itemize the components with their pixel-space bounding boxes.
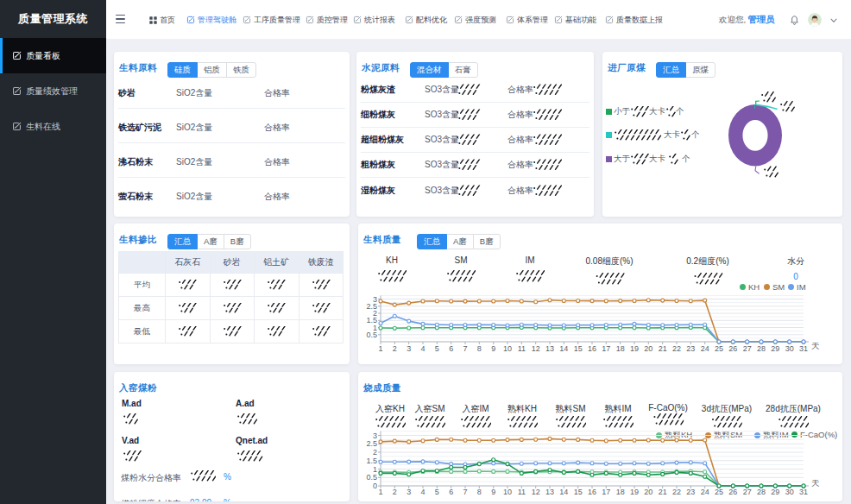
nav-item-3[interactable]: 工序质量管理 bbox=[243, 0, 300, 40]
scribbled-value bbox=[456, 135, 481, 146]
app-title: 质量管理系统 bbox=[0, 0, 106, 38]
sidebar-item-2[interactable]: 质量绩效管理 bbox=[0, 73, 106, 109]
scribbled-value bbox=[778, 416, 809, 428]
svg-text:25: 25 bbox=[715, 488, 723, 496]
welcome-label: 欢迎您, bbox=[719, 15, 746, 26]
metric-label: SiO2含量 bbox=[176, 87, 212, 99]
bell-icon[interactable] bbox=[790, 15, 799, 26]
svg-text:7: 7 bbox=[463, 344, 467, 353]
tab-汇总[interactable]: 汇总 bbox=[167, 234, 198, 249]
tab-汇总[interactable]: 汇总 bbox=[656, 62, 686, 78]
avatar[interactable] bbox=[808, 13, 822, 27]
donut-chart-svg bbox=[693, 86, 842, 216]
table-col-header: 铁废渣 bbox=[299, 252, 344, 274]
svg-text:6: 6 bbox=[449, 488, 453, 496]
material-name: 铁选矿污泥 bbox=[118, 122, 161, 134]
donut-label-scribble bbox=[764, 167, 778, 177]
nav-item-9[interactable]: 基础功能 bbox=[554, 0, 596, 40]
nav-item-8[interactable]: 体系管理 bbox=[506, 0, 548, 40]
scribbled-value bbox=[555, 416, 586, 428]
svg-text:28: 28 bbox=[757, 488, 766, 496]
rate-label: 合格率 bbox=[264, 156, 290, 168]
sidebar-item-label: 质量看板 bbox=[26, 50, 60, 62]
table-cell bbox=[255, 320, 299, 343]
svg-text:3: 3 bbox=[407, 488, 411, 496]
table-cell bbox=[299, 320, 344, 343]
tab-B磨[interactable]: B磨 bbox=[224, 234, 251, 249]
chevron-down-icon[interactable] bbox=[830, 18, 837, 23]
svg-text:26: 26 bbox=[728, 344, 737, 353]
nav-item-7[interactable]: 强度预测 bbox=[454, 0, 496, 40]
line-chart-svg: 00.511.522.53123456789101112131415161718… bbox=[358, 429, 842, 501]
svg-text:12: 12 bbox=[532, 488, 540, 496]
pencil-square-icon bbox=[12, 51, 22, 60]
svg-text:20: 20 bbox=[644, 344, 652, 353]
tab-汇总[interactable]: 汇总 bbox=[417, 234, 447, 249]
coal-legend-item[interactable]: 大卡个 bbox=[606, 129, 700, 141]
svg-text:9: 9 bbox=[491, 488, 495, 496]
bell-shape bbox=[790, 15, 799, 26]
svg-text:27: 27 bbox=[743, 488, 752, 496]
material-name: 砂岩 bbox=[118, 87, 136, 99]
nav-item-2[interactable]: 管理驾驶舱 bbox=[186, 0, 236, 40]
tab-混合材[interactable]: 混合材 bbox=[410, 62, 449, 78]
metric-label: 熟料KH bbox=[507, 403, 538, 415]
scribbled-value bbox=[267, 280, 286, 290]
nav-item-1[interactable]: 首页 bbox=[149, 0, 175, 40]
pencil-square-icon bbox=[243, 16, 251, 24]
scribbled-value bbox=[602, 416, 634, 428]
table-col-header bbox=[119, 252, 166, 274]
nav-item-4[interactable]: 质控管理 bbox=[306, 0, 348, 40]
scribbled-value bbox=[533, 135, 562, 146]
legend-text: 大于 bbox=[614, 154, 630, 165]
raw-blend-tabs: 汇总A磨B磨 bbox=[167, 234, 251, 249]
field-label-V.ad: V.ad bbox=[122, 436, 139, 445]
material-name: 超细粉煤灰 bbox=[361, 134, 404, 146]
svg-text:1: 1 bbox=[378, 344, 382, 353]
tab-原煤[interactable]: 原煤 bbox=[685, 62, 715, 78]
svg-text:9: 9 bbox=[491, 344, 495, 353]
hamburger-menu-button[interactable] bbox=[116, 15, 125, 23]
svg-text:14: 14 bbox=[559, 344, 568, 353]
sidebar-item-1[interactable]: 质量看板 bbox=[0, 38, 106, 73]
nav-item-label: 配料优化 bbox=[416, 15, 447, 26]
tab-B磨[interactable]: B磨 bbox=[473, 234, 501, 249]
material-name: 粗粉煤灰 bbox=[361, 159, 395, 171]
svg-text:16: 16 bbox=[588, 344, 596, 353]
tab-硅质[interactable]: 硅质 bbox=[167, 62, 198, 78]
nav-item-10[interactable]: 质量数据上报 bbox=[605, 0, 663, 40]
svg-text:14: 14 bbox=[559, 488, 568, 496]
nav-item-5[interactable]: 统计报表 bbox=[353, 0, 395, 40]
metric-label: 0.2细度(%) bbox=[686, 255, 728, 268]
row-label: 平均 bbox=[119, 274, 166, 297]
nav-item-label: 统计报表 bbox=[364, 15, 395, 26]
tab-A磨[interactable]: A磨 bbox=[197, 234, 224, 249]
nav-item-label: 工序质量管理 bbox=[254, 15, 300, 26]
nav-item-label: 基础功能 bbox=[565, 15, 596, 26]
legend-swatch bbox=[606, 132, 612, 138]
svg-text:13: 13 bbox=[545, 344, 554, 353]
table-col-header: 砂岩 bbox=[210, 252, 255, 274]
metric-熟料SM: 熟料SM bbox=[555, 403, 586, 428]
tab-石膏[interactable]: 石膏 bbox=[448, 62, 478, 78]
metric-水分: 水分0 bbox=[787, 255, 804, 283]
sidebar-item-3[interactable]: 生料在线 bbox=[0, 109, 106, 144]
coal-legend-item[interactable]: 大于大卡个 bbox=[606, 154, 690, 165]
donut-slice-large[interactable] bbox=[728, 104, 782, 167]
card-burn-quality: 烧成质量 入窑KH入窑SM入窑IM熟料KH熟料SM熟料IMF-CaO(%)3d抗… bbox=[358, 372, 842, 501]
scribbled-value bbox=[312, 303, 331, 313]
username-link[interactable]: 管理员 bbox=[747, 14, 775, 26]
table-row: 平均 bbox=[119, 274, 344, 297]
metric-value: 0 bbox=[793, 272, 798, 281]
table-cell bbox=[166, 297, 211, 320]
table-cell bbox=[210, 297, 255, 320]
line-chart-svg: 0.511.522.531234567891011121314151617181… bbox=[358, 288, 842, 364]
coal-legend-item[interactable]: 小于大卡个 bbox=[606, 106, 684, 117]
donut-slice-mid[interactable] bbox=[754, 104, 755, 109]
pencil-square-icon bbox=[353, 16, 362, 24]
tab-A磨[interactable]: A磨 bbox=[446, 234, 474, 249]
scribbled-value bbox=[665, 106, 676, 117]
metric-value-scribble bbox=[414, 416, 445, 428]
card-burn-quality-title: 烧成质量 bbox=[363, 382, 401, 394]
nav-item-6[interactable]: 配料优化 bbox=[405, 0, 447, 40]
